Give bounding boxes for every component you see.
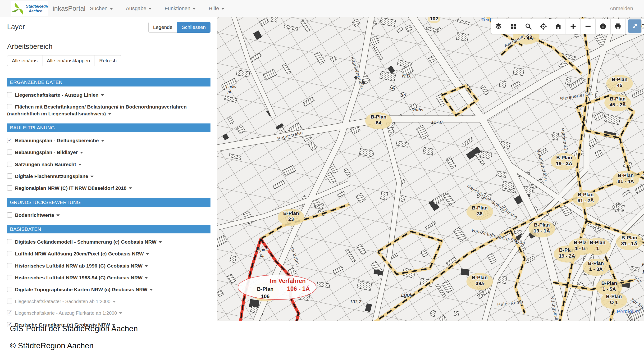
svg-text:pl.: pl. (260, 253, 264, 258)
menu-hilfe[interactable]: Hilfe (202, 0, 231, 17)
workspace-button[interactable]: Refresh (94, 55, 122, 66)
layer-checkbox[interactable] (7, 150, 12, 155)
sign-in-link[interactable]: Anmelden (610, 0, 633, 17)
svg-text:B-Plan: B-Plan (257, 286, 274, 292)
layer-item[interactable]: Digitale Topographische Karten NRW (c) G… (7, 286, 210, 293)
footer-caption: GIS-Portal der StädteRegion Aachen (10, 324, 138, 333)
layer-label: Luftbild NRW Auflösung 20cm/Pixel (c) Ge… (15, 251, 144, 256)
svg-text:1 - 3Ä: 1 - 3Ä (589, 266, 602, 272)
svg-text:B-Plan: B-Plan (610, 96, 626, 102)
layer-item[interactable]: Luftbild NRW Auflösung 20cm/Pixel (c) Ge… (7, 250, 210, 257)
layer-checkbox[interactable] (7, 185, 12, 190)
chevron-down-icon[interactable] (129, 188, 132, 189)
layer-item[interactable]: Historisches Luftbild NRW 1988-94 (C) Ge… (7, 274, 210, 281)
menu-suchen[interactable]: Suchen (84, 0, 120, 17)
layer-checkbox[interactable] (7, 212, 12, 218)
menu-ausgabe[interactable]: Ausgabe (120, 0, 158, 17)
layer-checkbox[interactable] (7, 174, 12, 179)
svg-text:Spiel-: Spiel- (258, 247, 269, 252)
chevron-down-icon[interactable] (146, 253, 149, 255)
layer-checkbox[interactable] (7, 275, 12, 280)
svg-text:1 -: 1 - (642, 269, 644, 274)
layer-item[interactable]: Bodenrichtwerte (7, 212, 210, 218)
chevron-down-icon[interactable] (101, 94, 104, 96)
chevron-down-icon[interactable] (112, 301, 116, 302)
chevron-down-icon[interactable] (119, 312, 122, 314)
print-icon[interactable] (610, 19, 626, 34)
layer-item[interactable]: Bebauungsplan - Geltungsbereiche (7, 137, 210, 144)
chevron-down-icon[interactable] (158, 241, 162, 243)
layer-item[interactable]: Satzungen nach Baurecht (7, 161, 210, 168)
chevron-down-icon[interactable] (144, 265, 148, 267)
layer-item[interactable]: Digitales Geländemodell - Schummerung (c… (7, 238, 210, 245)
layer-checkbox[interactable] (7, 251, 12, 256)
chevron-down-icon[interactable] (101, 140, 104, 142)
layer-checkbox[interactable] (7, 162, 12, 167)
section-header[interactable]: BASISDATEN (7, 225, 210, 234)
layer-label: Satzungen nach Baurecht (15, 162, 76, 167)
layer-item[interactable]: Flächen mit Beschränkungen/ Belastungen/… (7, 104, 210, 117)
locate-icon[interactable] (536, 19, 551, 34)
svg-text:B-Plan: B-Plan (472, 275, 488, 280)
layer-checkbox[interactable] (7, 310, 12, 316)
app-brand[interactable]: inkasPortal (52, 0, 86, 17)
layer-label: Digitale Topographische Karten NRW (c) G… (15, 287, 148, 292)
grid-icon[interactable] (506, 19, 521, 34)
layer-checkbox[interactable] (7, 104, 12, 109)
layer-checkbox[interactable] (7, 287, 12, 292)
layer-checkbox[interactable] (7, 263, 12, 268)
svg-text:102: 102 (430, 17, 438, 21)
layer-item[interactable]: Digitale Flächennutzungspläne (7, 173, 210, 180)
workspace-button[interactable]: Alle ein/ausklappen (42, 55, 95, 66)
map-toolbar: 1:2500 (491, 19, 644, 34)
svg-text:B-Plan: B-Plan (472, 205, 488, 210)
layer-label: Flächen mit Beschränkungen/ Belastungen/… (7, 104, 187, 116)
footer-copyright: © StädteRegion Aachen (10, 341, 94, 350)
chevron-down-icon[interactable] (56, 214, 60, 216)
layer-item[interactable]: Liegenschaftskarte - Auszug Flurkarte ab… (7, 310, 210, 316)
chevron-down-icon[interactable] (78, 164, 82, 166)
svg-text:81 - 4Ä: 81 - 4Ä (618, 178, 634, 184)
search-icon[interactable] (521, 19, 536, 34)
layer-item[interactable]: Historisches Luftbild NRW ab 1996 (C) Ge… (7, 262, 210, 269)
svg-text:127,0: 127,0 (431, 120, 442, 125)
layers-icon[interactable] (491, 19, 506, 34)
section-header[interactable]: GRUNDSTÜCKSBEWERTUNG (7, 198, 210, 207)
close-button[interactable]: Schliessen (177, 22, 210, 33)
legend-button[interactable]: Legende (148, 22, 177, 33)
svg-text:O 1: O 1 (610, 300, 618, 305)
staedteregion-logo[interactable]: StädteRegion Aachen (12, 1, 48, 16)
layer-checkbox[interactable] (7, 92, 12, 98)
home-icon[interactable] (551, 19, 566, 34)
menu-funktionen[interactable]: Funktionen (158, 0, 202, 17)
chevron-down-icon[interactable] (80, 152, 83, 154)
workspace-title: Arbeitsbereich (7, 42, 210, 50)
layer-item[interactable]: Liegenschaftskarte - Auszug Linien (7, 92, 210, 98)
layer-item[interactable]: Bebauungsplan - Bildlayer (7, 149, 210, 156)
chevron-down-icon[interactable] (144, 277, 148, 279)
divider (7, 336, 210, 336)
map-canvas[interactable]: PP1024B-Plan4 - 4ÄB-Plan45B-Plan45 - 2ÄB… (217, 17, 644, 320)
section-header[interactable]: BAULEITPLANUNG (7, 124, 210, 132)
chevron-down-icon[interactable] (150, 289, 153, 291)
layer-checkbox[interactable] (7, 298, 12, 304)
chevron-down-icon (148, 8, 152, 10)
svg-text:B-Plan: B-Plan (588, 260, 604, 266)
layer-checkbox[interactable] (7, 239, 12, 244)
layer-item[interactable]: Regionalplan NRW (C) IT NRW Düsseldorf 2… (7, 185, 210, 192)
fullscreen-button[interactable] (628, 20, 642, 33)
layer-item[interactable]: Liegenschaftskataster - Sachdaten ab 1:2… (7, 298, 210, 305)
chevron-down-icon[interactable] (90, 176, 94, 178)
chevron-down-icon[interactable] (108, 113, 112, 115)
chevron-down-icon (192, 8, 196, 10)
section-header[interactable]: ERGÄNZENDE DATEN (7, 78, 210, 86)
workspace-button[interactable]: Alle ein/aus (7, 55, 42, 66)
workspace-buttons: Alle ein/ausAlle ein/ausklappenRefresh (7, 55, 121, 66)
svg-text:133,2: 133,2 (350, 299, 361, 304)
svg-text:Lgpl.: Lgpl. (401, 292, 412, 298)
layer-checkbox[interactable] (7, 138, 12, 143)
zoom-out-icon[interactable] (581, 19, 596, 34)
permalink-link[interactable]: Permalink (617, 308, 640, 314)
info-icon[interactable] (596, 19, 610, 34)
zoom-in-icon[interactable] (566, 19, 581, 34)
